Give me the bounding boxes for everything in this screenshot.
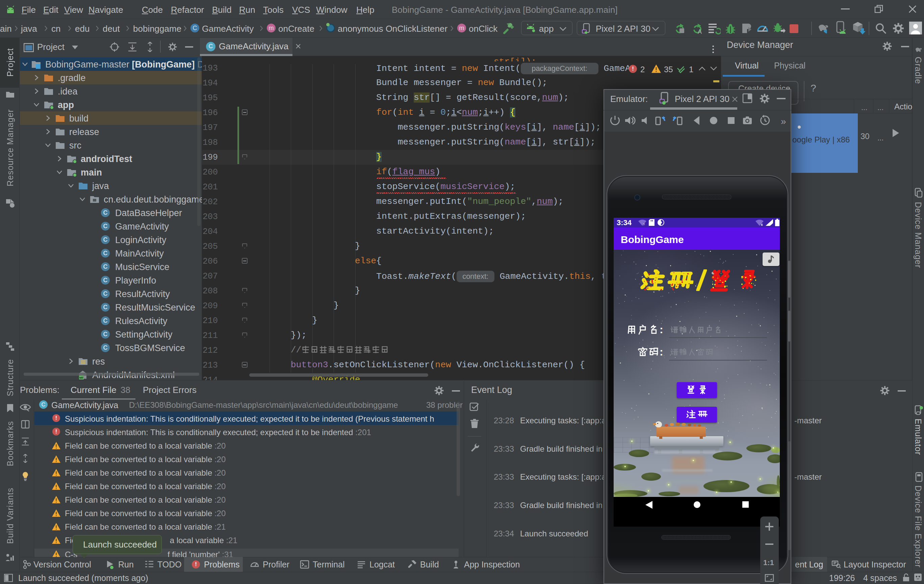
- svg-text:A: A: [698, 28, 702, 35]
- svg-text:MF: MF: [79, 376, 84, 380]
- svg-text:x: x: [761, 223, 763, 226]
- svg-text:?: ?: [643, 223, 645, 226]
